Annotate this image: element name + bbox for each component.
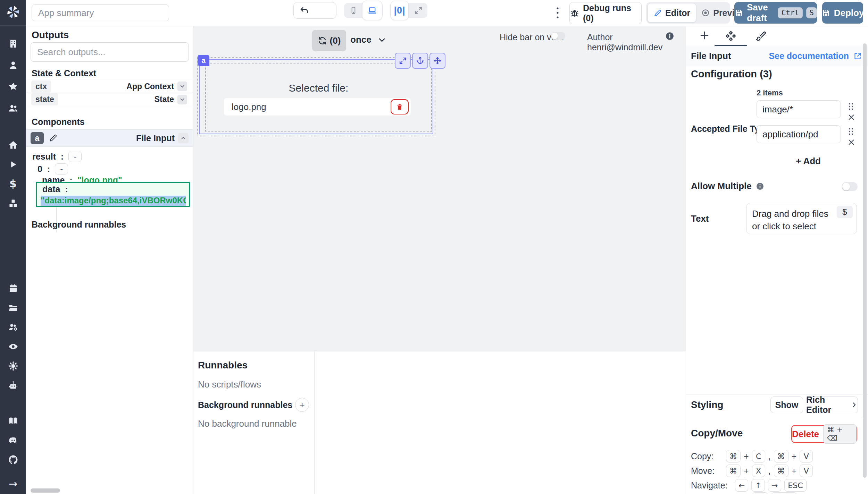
- drag-handle-icon[interactable]: [847, 102, 855, 111]
- hide-bar-toggle[interactable]: [551, 32, 565, 40]
- remove-item-button-0[interactable]: [848, 113, 855, 121]
- undo-redo-group: [293, 2, 336, 19]
- centered-layout-button[interactable]: |0|: [391, 1, 409, 20]
- sidebar-item-resources[interactable]: [0, 195, 26, 211]
- sidebar-item-audit-logs[interactable]: [0, 339, 26, 355]
- sidebar-item-workspace[interactable]: [0, 36, 26, 52]
- undo-button[interactable]: [294, 2, 315, 18]
- component-row-a[interactable]: a File Input: [26, 129, 193, 147]
- save-draft-button[interactable]: Save draft Ctrl S: [734, 2, 817, 24]
- colon: :: [65, 184, 68, 194]
- device-toggle-group: [344, 3, 383, 18]
- editor-label: Editor: [665, 8, 690, 18]
- plus-separator: +: [792, 451, 797, 461]
- allow-multiple-toggle[interactable]: [842, 182, 858, 191]
- component-id-badge: a: [31, 132, 44, 144]
- tab-insert[interactable]: [699, 29, 710, 41]
- tree-row-zero: 0 : -: [37, 163, 68, 174]
- data-value-box[interactable]: data : "data:image/png;base64,iVBORw0KGg…: [36, 182, 190, 207]
- ctx-expand-button[interactable]: [177, 82, 187, 91]
- see-documentation-link[interactable]: See documentation: [769, 51, 849, 61]
- sidebar-item-settings[interactable]: [0, 358, 26, 374]
- rich-editor-button[interactable]: Rich Editor: [806, 397, 858, 413]
- add-item-button[interactable]: + Add: [796, 156, 821, 167]
- expand-component-button[interactable]: [395, 53, 411, 69]
- delete-component-button[interactable]: Delete ⌘ + ⌫: [791, 425, 857, 443]
- trash-icon: [396, 103, 403, 111]
- runnables-empty-label: No scripts/flows: [198, 379, 261, 390]
- output-row-state[interactable]: state State: [26, 93, 193, 106]
- windmill-logo[interactable]: [5, 4, 21, 20]
- search-outputs-input[interactable]: [31, 42, 189, 62]
- outputs-title: Outputs: [32, 29, 69, 41]
- more-menu-button[interactable]: [555, 5, 560, 21]
- ctx-key-chip: ctx: [31, 80, 51, 93]
- horizontal-scrollbar-thumb[interactable]: [31, 488, 60, 493]
- component-handles: [395, 53, 445, 69]
- sidebar-item-variables[interactable]: $: [0, 176, 26, 192]
- sidebar-item-home[interactable]: [0, 137, 26, 153]
- collapse-result-button[interactable]: -: [68, 151, 82, 162]
- selected-file-label: Selected file:: [206, 82, 431, 94]
- drag-handle-icon[interactable]: [847, 127, 855, 136]
- sidebar-item-ai[interactable]: [0, 377, 26, 393]
- user-icon: [8, 60, 18, 70]
- sidebar-item-discord[interactable]: [0, 432, 26, 448]
- sidebar-item-favorites[interactable]: [0, 79, 26, 95]
- move-component-button[interactable]: [429, 53, 445, 69]
- kbd-key: ⌘: [726, 450, 741, 462]
- debug-runs-button[interactable]: Debug runs (0): [569, 2, 642, 24]
- tab-editor[interactable]: Editor: [648, 3, 696, 23]
- collapse-zero-button[interactable]: -: [55, 163, 68, 174]
- state-expand-button[interactable]: [177, 95, 187, 104]
- outputs-panel: Outputs State & Context ctx App Context …: [26, 26, 193, 494]
- sidebar-item-schedules[interactable]: [0, 280, 26, 296]
- settings-scrollbar-thumb[interactable]: [863, 43, 867, 478]
- sidebar-item-groups[interactable]: [0, 100, 26, 116]
- deploy-button[interactable]: Deploy: [822, 2, 863, 24]
- kbd-key: V: [800, 450, 813, 462]
- edit-id-button[interactable]: [49, 134, 58, 143]
- redo-button[interactable]: [294, 18, 315, 19]
- allow-multiple-info-button[interactable]: [756, 182, 764, 190]
- selected-component-outline[interactable]: Selected file: logo.png: [199, 59, 433, 134]
- sidebar-item-runs[interactable]: [0, 156, 26, 172]
- users-icon: [8, 103, 18, 113]
- accepted-file-type-input-0[interactable]: [757, 100, 841, 118]
- ctx-type-label: App Context: [126, 82, 174, 91]
- refresh-button[interactable]: (0): [312, 30, 346, 51]
- connect-value-button[interactable]: $: [837, 206, 853, 218]
- sidebar-item-folders[interactable]: [0, 300, 26, 316]
- anchor-component-button[interactable]: [412, 53, 428, 69]
- text-label: Text: [691, 213, 709, 224]
- app-canvas[interactable]: (0) once Hide bar on view Author henri@w…: [193, 26, 686, 351]
- remove-item-button-1[interactable]: [848, 138, 855, 146]
- add-background-runnable-button[interactable]: +: [295, 398, 309, 412]
- component-collapse-button[interactable]: [178, 133, 189, 143]
- app-summary-input[interactable]: [32, 5, 169, 21]
- file-drop-zone[interactable]: Selected file: logo.png: [205, 63, 432, 132]
- accepted-file-type-input-1[interactable]: [757, 125, 841, 143]
- output-row-ctx[interactable]: ctx App Context: [26, 80, 193, 93]
- sidebar-collapse[interactable]: →: [0, 476, 26, 492]
- desktop-view-button[interactable]: [362, 1, 382, 20]
- sidebar-item-github[interactable]: [0, 452, 26, 468]
- external-link-icon[interactable]: [853, 52, 862, 61]
- remove-file-button[interactable]: [391, 99, 409, 114]
- refresh-mode-select[interactable]: once: [350, 34, 386, 45]
- mobile-view-button[interactable]: [345, 6, 362, 15]
- plus-icon: [699, 29, 710, 41]
- tab-settings[interactable]: [725, 30, 736, 41]
- sidebar-item-docs[interactable]: [0, 413, 26, 429]
- styling-show-button[interactable]: Show: [770, 397, 803, 413]
- fullscreen-layout-button[interactable]: [410, 6, 427, 15]
- component-tag-badge[interactable]: a: [198, 55, 209, 66]
- tab-styling[interactable]: [756, 30, 767, 41]
- sidebar-item-workers[interactable]: [0, 319, 26, 335]
- styling-title: Styling: [691, 399, 723, 410]
- author-info-button[interactable]: [665, 32, 674, 41]
- mobile-icon: [349, 6, 358, 15]
- sidebar-item-user[interactable]: [0, 57, 26, 73]
- kbd-key: C: [752, 450, 765, 462]
- chevron-down-icon: [179, 96, 185, 103]
